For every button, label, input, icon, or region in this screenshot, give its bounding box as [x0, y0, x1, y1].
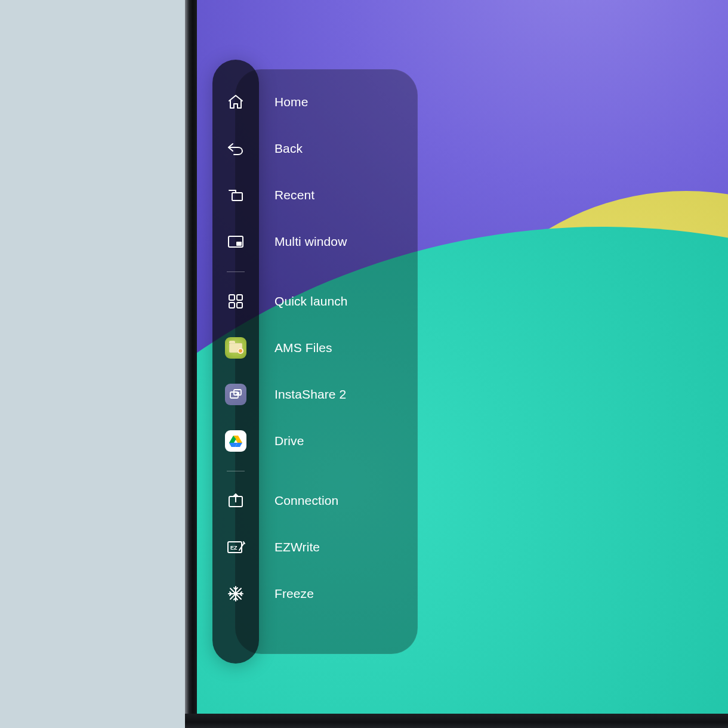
connection-icon — [212, 492, 259, 509]
sidebar-separator — [212, 265, 418, 278]
svg-rect-2 — [236, 242, 242, 246]
sidebar-item-label: EZWrite — [259, 540, 320, 554]
recent-icon — [212, 187, 259, 203]
sidebar-item-drive[interactable]: Drive — [212, 418, 418, 464]
sidebar-item-back[interactable]: Back — [212, 125, 418, 172]
svg-rect-6 — [237, 303, 242, 308]
sidebar-item-label: Multi window — [259, 235, 347, 249]
sidebar-item-quicklaunch[interactable]: Quick launch — [212, 278, 418, 325]
sidebar-item-connection[interactable]: Connection — [212, 477, 418, 524]
sidebar-item-ezwrite[interactable]: EZ EZWrite — [212, 524, 418, 570]
sidebar-item-freeze[interactable]: Freeze — [212, 570, 418, 617]
back-icon — [212, 140, 259, 157]
sidebar-menu: Home Back Recent — [212, 60, 418, 664]
sidebar-item-label: AMS Files — [259, 341, 332, 355]
sidebar-item-amsfiles[interactable]: AMS Files — [212, 325, 418, 371]
product-render-frame: Home Back Recent — [0, 0, 728, 728]
sidebar-item-multiwindow[interactable]: Multi window — [212, 218, 418, 265]
svg-rect-5 — [229, 303, 235, 308]
sidebar-item-recent[interactable]: Recent — [212, 172, 418, 218]
grid-icon — [212, 293, 259, 310]
sidebar-item-label: InstaShare 2 — [259, 387, 346, 402]
sidebar-item-label: Home — [259, 95, 308, 109]
sidebar-item-label: Back — [259, 141, 303, 156]
sidebar-item-label: Freeze — [259, 587, 314, 601]
sidebar-item-label: Connection — [259, 493, 338, 508]
home-icon — [212, 93, 259, 111]
svg-rect-0 — [232, 193, 242, 200]
instashare-icon — [212, 384, 259, 405]
sidebar-item-home[interactable]: Home — [212, 79, 418, 125]
device-bezel-bottom — [185, 714, 728, 728]
sidebar-item-label: Drive — [259, 434, 304, 448]
drive-icon — [212, 430, 259, 452]
svg-rect-3 — [229, 295, 235, 300]
device-bezel-left — [185, 0, 197, 728]
sidebar-separator — [212, 464, 418, 477]
freeze-icon — [212, 585, 259, 603]
ezwrite-icon: EZ — [212, 539, 259, 555]
multiwindow-icon — [212, 235, 259, 249]
svg-rect-4 — [237, 295, 242, 300]
svg-text:EZ: EZ — [230, 545, 237, 551]
ams-files-icon — [212, 337, 259, 359]
sidebar-item-instashare[interactable]: InstaShare 2 — [212, 371, 418, 418]
sidebar-item-label: Recent — [259, 188, 314, 202]
sidebar-item-label: Quick launch — [259, 294, 348, 309]
